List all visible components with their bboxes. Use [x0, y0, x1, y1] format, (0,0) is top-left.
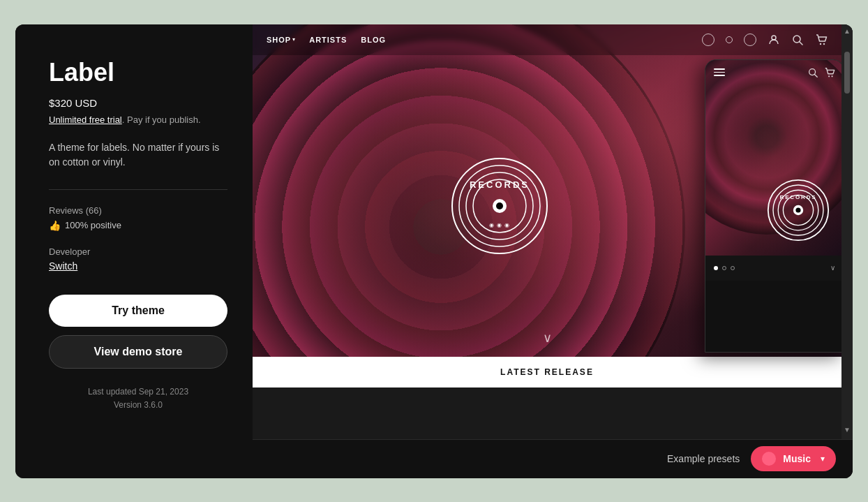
scrollbar[interactable]: ▲ ▼ [841, 24, 853, 439]
blog-nav-item[interactable]: BLOG [361, 36, 386, 44]
menu-line-3 [714, 75, 725, 76]
preset-name: Music [783, 453, 811, 464]
meta-info: Last updated Sep 21, 2023 Version 3.6.0 [49, 385, 227, 412]
search-icon[interactable] [791, 34, 804, 46]
shop-chevron-icon: ▾ [292, 36, 295, 43]
svg-point-14 [831, 75, 832, 77]
user-icon[interactable] [768, 34, 780, 46]
free-trial-line: Unlimited free trial. Pay if you publish… [49, 115, 227, 125]
thumb-up-icon: 👍 [49, 220, 61, 231]
developer-link[interactable]: Switch [49, 260, 77, 272]
svg-point-2 [820, 43, 821, 44]
preset-color-dot [762, 452, 776, 466]
svg-text:◉ ◉ ◉: ◉ ◉ ◉ [489, 222, 510, 228]
menu-line-2 [714, 72, 725, 73]
mobile-dot-2 [722, 266, 726, 270]
mobile-menu-icon[interactable] [714, 68, 725, 76]
preset-chevron-icon: ▾ [821, 454, 825, 464]
artists-nav-item[interactable]: ARTISTS [309, 36, 347, 44]
nav-right [702, 34, 828, 46]
left-panel: Label $320 USD Unlimited free trial. Pay… [15, 24, 253, 478]
nav-left: SHOP ▾ ARTISTS BLOG [267, 36, 386, 44]
mobile-dot-3 [731, 266, 735, 270]
mobile-dots [714, 266, 735, 270]
example-presets-label: Example presets [667, 453, 740, 464]
developer-section: Developer Switch [49, 246, 227, 272]
svg-point-20 [795, 207, 800, 212]
menu-line-1 [714, 68, 725, 70]
mobile-scroll-arrow: ∨ [830, 264, 835, 272]
view-demo-button[interactable]: View demo store [49, 335, 227, 369]
bottom-bar: Example presets Music ▾ [253, 439, 853, 478]
theme-description: A theme for labels. No matter if yours i… [49, 140, 227, 170]
mobile-dot-1 [714, 266, 718, 270]
cart-icon[interactable] [815, 34, 828, 46]
preset-dropdown[interactable]: Music ▾ [751, 446, 836, 471]
svg-text:RECORDS: RECORDS [780, 193, 817, 200]
theme-title: Label [49, 58, 227, 87]
circle-icon-3 [744, 34, 756, 46]
circle-icon-2 [726, 36, 733, 43]
last-updated: Last updated Sep 21, 2023 [49, 385, 227, 399]
reviews-section: Reviews (66) 👍 100% positive [49, 205, 227, 231]
svg-point-3 [823, 43, 825, 44]
records-logo: RECORDS ◉ ◉ ◉ [451, 157, 548, 255]
preview-container: SHOP ▾ ARTISTS BLOG [253, 24, 853, 439]
mobile-cart-icon[interactable] [824, 67, 835, 78]
svg-point-13 [828, 75, 830, 77]
free-trial-link[interactable]: Unlimited free trial [49, 115, 122, 125]
svg-point-0 [772, 36, 776, 40]
latest-release-text: LATEST RELEASE [500, 367, 594, 377]
developer-label: Developer [49, 246, 227, 257]
mobile-nav-icons [807, 67, 835, 78]
store-nav: SHOP ▾ ARTISTS BLOG [253, 24, 841, 55]
scroll-down-arrow[interactable]: ▼ [844, 426, 851, 434]
mobile-preview: RECORDS ∨ [705, 59, 841, 353]
main-window: Label $320 USD Unlimited free trial. Pay… [15, 24, 853, 478]
theme-price: $320 USD [49, 97, 227, 109]
scroll-indicator: ∨ [543, 330, 552, 346]
mobile-bottom-bar: ∨ [705, 256, 841, 281]
circle-icon-1 [702, 34, 714, 46]
mobile-search-icon[interactable] [807, 67, 818, 78]
free-trial-suffix: . Pay if you publish. [122, 115, 201, 125]
latest-release-bar: LATEST RELEASE [253, 357, 841, 387]
mobile-records-logo: RECORDS [767, 179, 830, 242]
reviews-positive-text: 100% positive [65, 220, 121, 230]
store-preview: SHOP ▾ ARTISTS BLOG [253, 24, 841, 439]
try-theme-button[interactable]: Try theme [49, 295, 227, 327]
scrollbar-thumb[interactable] [844, 52, 850, 94]
svg-point-9 [496, 202, 503, 209]
shop-label: SHOP [267, 36, 291, 44]
mobile-hero: RECORDS [705, 60, 841, 256]
svg-text:RECORDS: RECORDS [470, 179, 530, 190]
main-content: Label $320 USD Unlimited free trial. Pay… [15, 24, 853, 478]
scroll-up-arrow[interactable]: ▲ [844, 27, 851, 35]
version: Version 3.6.0 [49, 399, 227, 412]
mobile-nav [705, 60, 841, 85]
shop-nav-item[interactable]: SHOP ▾ [267, 36, 295, 44]
right-panel: SHOP ▾ ARTISTS BLOG [253, 24, 853, 478]
reviews-label: Reviews (66) [49, 205, 227, 216]
divider [49, 189, 227, 190]
reviews-positive: 👍 100% positive [49, 220, 227, 231]
